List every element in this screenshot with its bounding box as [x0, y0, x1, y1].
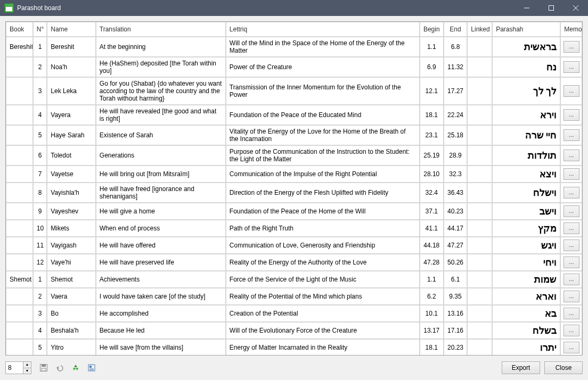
col-header-begin[interactable]: Begin: [420, 22, 444, 37]
cell-end: 25.18: [444, 125, 468, 145]
cell-memo: ...: [560, 183, 582, 203]
cell-linked: [467, 125, 492, 145]
cell-lettriq: Vitality of the Energy of the Love for t…: [226, 125, 420, 145]
table-row[interactable]: 7VayetseHe will bring out [from Mitsraïm…: [6, 166, 582, 183]
cell-name: Beshala'h: [47, 322, 96, 339]
memo-button[interactable]: ...: [564, 239, 579, 251]
table-row[interactable]: Shemot1ShemotAchievementsForce of the Se…: [6, 271, 582, 288]
cell-linked: [467, 322, 492, 339]
cell-memo: ...: [560, 322, 582, 339]
col-header-book[interactable]: Book: [6, 22, 33, 37]
memo-button[interactable]: ...: [564, 168, 579, 180]
table-row[interactable]: 12Vaye'hiHe will have preserved lifeReal…: [6, 254, 582, 271]
app-icon: [4, 3, 14, 13]
export-button[interactable]: Export: [502, 361, 540, 374]
close-dialog-button[interactable]: Close: [544, 361, 583, 374]
table-scroll[interactable]: Book N° Name Translation Lettriq Begin E…: [6, 22, 582, 355]
col-header-num[interactable]: N°: [33, 22, 47, 37]
memo-button[interactable]: ...: [564, 85, 579, 97]
cell-num: 7: [33, 166, 47, 183]
cell-parashah: שמות: [492, 271, 560, 288]
cell-translation: He will have preserved life: [96, 254, 226, 271]
cell-linked: [467, 271, 492, 288]
undo-icon[interactable]: [54, 362, 66, 374]
memo-button[interactable]: ...: [564, 109, 579, 121]
cell-parashah: וישלח: [492, 183, 560, 203]
col-header-translation[interactable]: Translation: [96, 22, 226, 37]
cell-memo: ...: [560, 57, 582, 77]
cell-parashah: וישב: [492, 203, 560, 220]
window-title: Parashot board: [17, 4, 514, 12]
cell-begin: 10.1: [420, 305, 444, 322]
font-size-spinner[interactable]: ▲ ▼: [5, 361, 31, 374]
table-row[interactable]: 9VayeshevHe will give a homeFoundation o…: [6, 203, 582, 220]
cell-parashah: ויגש: [492, 237, 560, 254]
col-header-end[interactable]: End: [444, 22, 468, 37]
cell-parashah: בראשית: [492, 37, 560, 57]
memo-button[interactable]: ...: [564, 205, 579, 217]
cell-num: 1: [33, 37, 47, 57]
memo-button[interactable]: ...: [564, 308, 579, 319]
table-row[interactable]: 4Beshala'hBecause He ledWill of the Evol…: [6, 322, 582, 339]
cell-end: 6.8: [444, 37, 468, 57]
spinner-down[interactable]: ▼: [23, 368, 31, 374]
cell-memo: ...: [560, 288, 582, 305]
cell-linked: [467, 145, 492, 166]
cell-begin: 1.1: [420, 37, 444, 57]
table-row[interactable]: 3Lek LekaGo for you (Shabat) {do whateve…: [6, 77, 582, 105]
svg-rect-6: [42, 368, 46, 371]
cell-begin: 18.1: [420, 339, 444, 355]
table-row[interactable]: 2Noa'hHe (HaShem) deposited [the Torah w…: [6, 57, 582, 77]
col-header-name[interactable]: Name: [47, 22, 96, 37]
table-row[interactable]: 6ToledotGenerationsPurpose of the Commun…: [6, 145, 582, 166]
cell-translation: He will save [from the villains]: [96, 339, 226, 355]
cell-lettriq: Reality of the Potential of the Mind whi…: [226, 288, 420, 305]
close-button[interactable]: [564, 0, 588, 16]
cell-linked: [467, 57, 492, 77]
col-header-memo[interactable]: Memo: [560, 22, 582, 37]
cell-translation: He will give a home: [96, 203, 226, 220]
cell-book: [6, 220, 33, 237]
cell-lettriq: Energy of Matter Incarnated in the Reali…: [226, 339, 420, 355]
cell-name: Vayishla'h: [47, 183, 96, 203]
table-row[interactable]: 11VayigashHe will have offeredCommunicat…: [6, 237, 582, 254]
memo-button[interactable]: ...: [564, 291, 579, 302]
table-row[interactable]: 4VayeraHe will have revealed [the good a…: [6, 105, 582, 125]
memo-button[interactable]: ...: [564, 222, 579, 234]
memo-button[interactable]: ...: [564, 150, 579, 161]
col-header-parashah[interactable]: Parashah: [492, 22, 560, 37]
memo-button[interactable]: ...: [564, 274, 579, 285]
memo-button[interactable]: ...: [564, 325, 579, 336]
cell-begin: 23.1: [420, 125, 444, 145]
card-icon[interactable]: [86, 362, 97, 374]
table-row[interactable]: 2VaeraI would have taken care [of the st…: [6, 288, 582, 305]
minimize-button[interactable]: [514, 0, 539, 16]
cell-name: Vayera: [47, 105, 96, 125]
recycle-icon[interactable]: [70, 362, 81, 374]
memo-button[interactable]: ...: [564, 61, 579, 73]
table-row[interactable]: 8Vayishla'hHe will have freed [ignorance…: [6, 183, 582, 203]
spinner-up[interactable]: ▲: [23, 362, 31, 368]
save-icon[interactable]: [38, 362, 50, 374]
cell-parashah: חיי שרה: [492, 125, 560, 145]
table-row[interactable]: 10MiketsWhen end of processPath of the R…: [6, 220, 582, 237]
cell-parashah: מקץ: [492, 220, 560, 237]
table-row[interactable]: Bereshit1BereshitAt the beginningWill of…: [6, 37, 582, 57]
memo-button[interactable]: ...: [564, 41, 579, 53]
cell-end: 17.27: [444, 77, 468, 105]
table-row[interactable]: 5Haye SarahExistence of SarahVitality of…: [6, 125, 582, 145]
cell-num: 9: [33, 203, 47, 220]
cell-num: 4: [33, 105, 47, 125]
memo-button[interactable]: ...: [564, 342, 579, 353]
col-header-linked[interactable]: Linked: [467, 22, 492, 37]
table-row[interactable]: 3BoHe accomplishedCreation of the Potent…: [6, 305, 582, 322]
col-header-lettriq[interactable]: Lettriq: [226, 22, 420, 37]
table-row[interactable]: 5YitroHe will save [from the villains]En…: [6, 339, 582, 355]
memo-button[interactable]: ...: [564, 129, 579, 141]
memo-button[interactable]: ...: [564, 187, 579, 199]
cell-memo: ...: [560, 271, 582, 288]
cell-lettriq: Foundation of the Peace of the Home of t…: [226, 203, 420, 220]
font-size-input[interactable]: [6, 362, 23, 374]
memo-button[interactable]: ...: [564, 257, 579, 268]
maximize-button[interactable]: [539, 0, 564, 16]
